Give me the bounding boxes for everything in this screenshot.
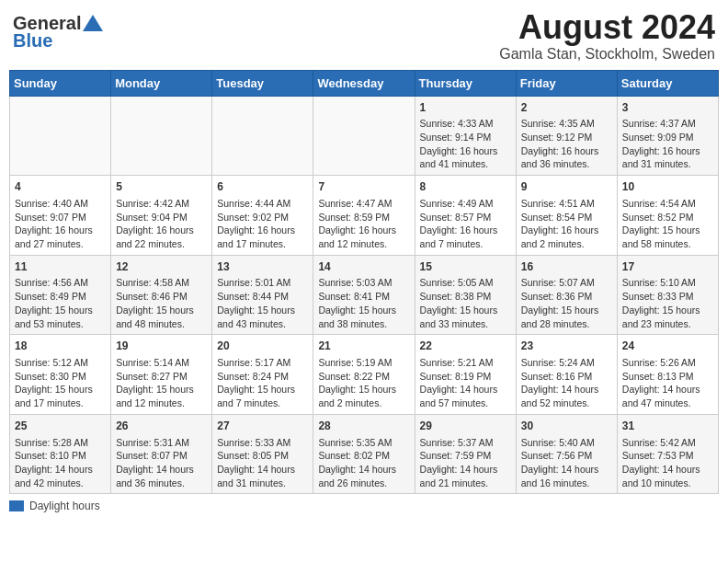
day-number: 23 (521, 339, 612, 354)
page-header: General Blue August 2024 Gamla Stan, Sto… (9, 9, 719, 63)
day-info: Sunrise: 4:40 AM Sunset: 9:07 PM Dayligh… (15, 197, 106, 251)
day-info: Sunrise: 5:26 AM Sunset: 8:13 PM Dayligh… (622, 356, 713, 410)
calendar-week-2: 4Sunrise: 4:40 AM Sunset: 9:07 PM Daylig… (10, 176, 719, 256)
calendar-cell: 10Sunrise: 4:54 AM Sunset: 8:52 PM Dayli… (617, 176, 718, 256)
day-number: 26 (116, 419, 207, 434)
day-number: 29 (420, 419, 511, 434)
day-info: Sunrise: 5:19 AM Sunset: 8:22 PM Dayligh… (318, 356, 409, 410)
calendar-cell: 25Sunrise: 5:28 AM Sunset: 8:10 PM Dayli… (10, 414, 111, 494)
day-number: 21 (318, 339, 409, 354)
day-info: Sunrise: 5:07 AM Sunset: 8:36 PM Dayligh… (521, 276, 612, 330)
day-number: 13 (217, 259, 308, 275)
title-block: August 2024 Gamla Stan, Stockholm, Swede… (499, 9, 715, 63)
calendar-cell: 16Sunrise: 5:07 AM Sunset: 8:36 PM Dayli… (516, 255, 617, 335)
day-number: 6 (217, 179, 308, 195)
calendar-week-3: 11Sunrise: 4:56 AM Sunset: 8:49 PM Dayli… (10, 255, 719, 335)
calendar-cell: 13Sunrise: 5:01 AM Sunset: 8:44 PM Dayli… (212, 255, 313, 335)
day-number: 8 (420, 179, 511, 195)
weekday-header-thursday: Thursday (415, 70, 516, 96)
day-number: 27 (217, 419, 308, 434)
day-number: 19 (116, 339, 207, 354)
calendar-cell: 1Sunrise: 4:33 AM Sunset: 9:14 PM Daylig… (415, 96, 516, 176)
calendar-cell: 2Sunrise: 4:35 AM Sunset: 9:12 PM Daylig… (516, 96, 617, 176)
day-number: 15 (420, 259, 511, 275)
day-info: Sunrise: 5:33 AM Sunset: 8:05 PM Dayligh… (217, 436, 308, 490)
day-info: Sunrise: 5:05 AM Sunset: 8:38 PM Dayligh… (420, 276, 511, 330)
weekday-header-friday: Friday (516, 70, 617, 96)
day-info: Sunrise: 5:03 AM Sunset: 8:41 PM Dayligh… (318, 276, 409, 330)
day-info: Sunrise: 5:28 AM Sunset: 8:10 PM Dayligh… (15, 436, 106, 490)
calendar-cell: 17Sunrise: 5:10 AM Sunset: 8:33 PM Dayli… (617, 255, 718, 335)
logo: General Blue (13, 13, 103, 52)
day-number: 7 (318, 179, 409, 195)
logo-blue-text: Blue (13, 30, 52, 52)
day-info: Sunrise: 5:01 AM Sunset: 8:44 PM Dayligh… (217, 276, 308, 330)
day-info: Sunrise: 5:14 AM Sunset: 8:27 PM Dayligh… (116, 356, 207, 410)
calendar-cell: 31Sunrise: 5:42 AM Sunset: 7:53 PM Dayli… (617, 414, 718, 494)
legend-color-box (9, 500, 24, 511)
calendar-week-1: 1Sunrise: 4:33 AM Sunset: 9:14 PM Daylig… (10, 96, 719, 176)
calendar-cell: 24Sunrise: 5:26 AM Sunset: 8:13 PM Dayli… (617, 335, 718, 415)
legend-label: Daylight hours (29, 500, 100, 512)
legend: Daylight hours (9, 500, 719, 512)
calendar-cell (10, 96, 111, 176)
day-number: 31 (622, 419, 713, 434)
calendar-cell: 15Sunrise: 5:05 AM Sunset: 8:38 PM Dayli… (415, 255, 516, 335)
calendar-cell (111, 96, 212, 176)
day-info: Sunrise: 5:37 AM Sunset: 7:59 PM Dayligh… (420, 436, 511, 490)
calendar-cell: 29Sunrise: 5:37 AM Sunset: 7:59 PM Dayli… (415, 414, 516, 494)
calendar-cell (212, 96, 313, 176)
page-subtitle: Gamla Stan, Stockholm, Sweden (499, 46, 715, 63)
day-number: 10 (622, 179, 713, 195)
day-number: 5 (116, 179, 207, 195)
day-number: 14 (318, 259, 409, 275)
calendar-cell: 7Sunrise: 4:47 AM Sunset: 8:59 PM Daylig… (313, 176, 415, 256)
day-info: Sunrise: 5:17 AM Sunset: 8:24 PM Dayligh… (217, 356, 308, 410)
day-info: Sunrise: 5:21 AM Sunset: 8:19 PM Dayligh… (420, 356, 511, 410)
day-info: Sunrise: 5:42 AM Sunset: 7:53 PM Dayligh… (622, 436, 713, 490)
calendar-cell: 18Sunrise: 5:12 AM Sunset: 8:30 PM Dayli… (10, 335, 111, 415)
calendar-cell: 22Sunrise: 5:21 AM Sunset: 8:19 PM Dayli… (415, 335, 516, 415)
day-info: Sunrise: 4:35 AM Sunset: 9:12 PM Dayligh… (521, 117, 612, 171)
calendar-cell: 30Sunrise: 5:40 AM Sunset: 7:56 PM Dayli… (516, 414, 617, 494)
calendar-cell (313, 96, 415, 176)
day-info: Sunrise: 4:33 AM Sunset: 9:14 PM Dayligh… (420, 117, 511, 171)
day-number: 4 (15, 179, 106, 195)
day-number: 3 (622, 100, 713, 116)
calendar-cell: 20Sunrise: 5:17 AM Sunset: 8:24 PM Dayli… (212, 335, 313, 415)
page-title: August 2024 (499, 9, 715, 46)
calendar-week-5: 25Sunrise: 5:28 AM Sunset: 8:10 PM Dayli… (10, 414, 719, 494)
day-number: 22 (420, 339, 511, 354)
calendar-cell: 9Sunrise: 4:51 AM Sunset: 8:54 PM Daylig… (516, 176, 617, 256)
day-info: Sunrise: 5:12 AM Sunset: 8:30 PM Dayligh… (15, 356, 106, 410)
weekday-header-sunday: Sunday (10, 70, 111, 96)
day-info: Sunrise: 5:24 AM Sunset: 8:16 PM Dayligh… (521, 356, 612, 410)
day-info: Sunrise: 5:31 AM Sunset: 8:07 PM Dayligh… (116, 436, 207, 490)
day-info: Sunrise: 4:44 AM Sunset: 9:02 PM Dayligh… (217, 197, 308, 251)
day-number: 1 (420, 100, 511, 116)
calendar-cell: 28Sunrise: 5:35 AM Sunset: 8:02 PM Dayli… (313, 414, 415, 494)
day-info: Sunrise: 4:49 AM Sunset: 8:57 PM Dayligh… (420, 197, 511, 251)
calendar-cell: 12Sunrise: 4:58 AM Sunset: 8:46 PM Dayli… (111, 255, 212, 335)
day-number: 12 (116, 259, 207, 275)
day-info: Sunrise: 4:51 AM Sunset: 8:54 PM Dayligh… (521, 197, 612, 251)
day-number: 20 (217, 339, 308, 354)
day-info: Sunrise: 4:54 AM Sunset: 8:52 PM Dayligh… (622, 197, 713, 251)
calendar-cell: 23Sunrise: 5:24 AM Sunset: 8:16 PM Dayli… (516, 335, 617, 415)
calendar-cell: 4Sunrise: 4:40 AM Sunset: 9:07 PM Daylig… (10, 176, 111, 256)
calendar-cell: 8Sunrise: 4:49 AM Sunset: 8:57 PM Daylig… (415, 176, 516, 256)
calendar-cell: 11Sunrise: 4:56 AM Sunset: 8:49 PM Dayli… (10, 255, 111, 335)
calendar-body: 1Sunrise: 4:33 AM Sunset: 9:14 PM Daylig… (10, 96, 719, 494)
day-number: 2 (521, 100, 612, 116)
day-info: Sunrise: 4:56 AM Sunset: 8:49 PM Dayligh… (15, 276, 106, 330)
day-info: Sunrise: 4:47 AM Sunset: 8:59 PM Dayligh… (318, 197, 409, 251)
calendar-cell: 5Sunrise: 4:42 AM Sunset: 9:04 PM Daylig… (111, 176, 212, 256)
calendar-week-4: 18Sunrise: 5:12 AM Sunset: 8:30 PM Dayli… (10, 335, 719, 415)
day-number: 24 (622, 339, 713, 354)
day-info: Sunrise: 4:58 AM Sunset: 8:46 PM Dayligh… (116, 276, 207, 330)
calendar-cell: 26Sunrise: 5:31 AM Sunset: 8:07 PM Dayli… (111, 414, 212, 494)
day-number: 9 (521, 179, 612, 195)
calendar-cell: 6Sunrise: 4:44 AM Sunset: 9:02 PM Daylig… (212, 176, 313, 256)
calendar-cell: 14Sunrise: 5:03 AM Sunset: 8:41 PM Dayli… (313, 255, 415, 335)
weekday-header-saturday: Saturday (617, 70, 718, 96)
